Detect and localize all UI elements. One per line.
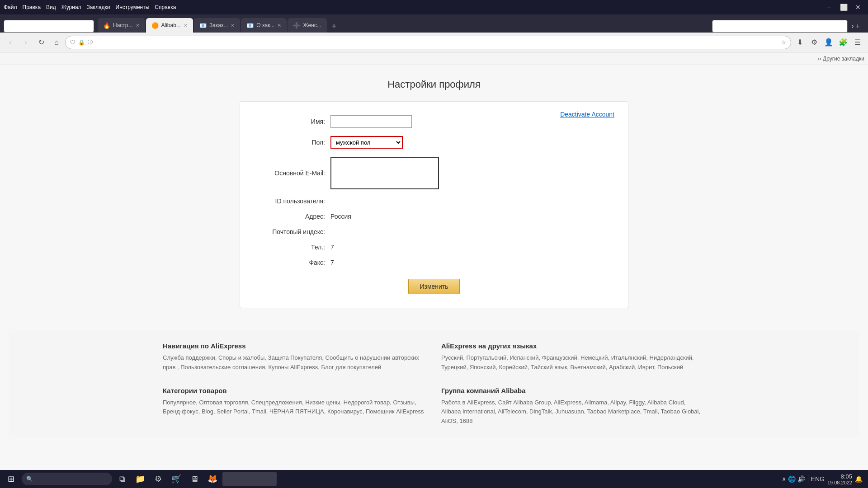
postal-label: Почтовый индекс: — [258, 228, 330, 235]
tab-alibaba-label: Alibab... — [161, 22, 181, 28]
email-label: Основной E-Mail: — [258, 169, 330, 177]
name-label: Имя: — [258, 118, 330, 125]
tab-zakaz-icon: 📧 — [199, 22, 207, 29]
form-row-postal: Почтовый индекс: — [258, 228, 610, 235]
form-row-address: Адрес: Россия — [258, 213, 610, 220]
tab-nastroyki-label: Настр... — [113, 22, 133, 28]
tab-bar-plus[interactable]: + — [856, 22, 860, 30]
tab-right-search[interactable] — [712, 20, 848, 33]
tab-zhens[interactable]: ➕ Женс... — [288, 18, 326, 33]
tab-ozak-icon: 📧 — [246, 22, 254, 29]
taskbar-firefox[interactable]: 🦊 — [204, 471, 221, 487]
taskbar-date-value: 19.08.2022 — [827, 480, 852, 485]
user-icon[interactable]: 👤 — [822, 36, 835, 49]
form-row-email: Основной E-Mail: — [258, 157, 610, 189]
footer-categories-section: Категории товаров Популярное, Оптовая то… — [163, 387, 427, 426]
minimize-button[interactable]: – — [823, 2, 835, 12]
gender-select[interactable]: мужской пол женский пол — [330, 136, 403, 149]
notifications-icon[interactable]: 🔔 — [855, 475, 863, 483]
menu-tools[interactable]: Инструменты — [116, 4, 150, 10]
phone-value: 7 — [330, 244, 334, 251]
taskbar-clock[interactable]: 8:05 19.08.2022 — [827, 473, 852, 485]
taskbar-settings[interactable]: ⚙ — [150, 471, 166, 487]
taskbar-files[interactable]: 📁 — [132, 471, 148, 487]
footer: Навигация по AliExpress Служба поддержки… — [9, 331, 859, 437]
footer-languages-links: Русский, Португальский, Испанский, Франц… — [441, 353, 705, 372]
menu-edit[interactable]: Правка — [23, 4, 41, 10]
footer-nav-section: Навигация по AliExpress Служба поддержки… — [163, 342, 427, 372]
tab-nastroyki[interactable]: 🔥 Настр... ✕ — [98, 18, 145, 33]
new-tab-button[interactable]: + — [328, 20, 340, 33]
star-icon[interactable]: ☆ — [781, 39, 786, 46]
tab-ozak[interactable]: 📧 О зак... ✕ — [241, 18, 287, 33]
footer-languages-section: AliExpress на других языках Русский, Пор… — [441, 342, 705, 372]
bookmarks-chevron: ›› — [818, 56, 823, 62]
tab-zakaz-close[interactable]: ✕ — [231, 23, 235, 28]
taskbar-divider — [808, 474, 808, 483]
taskbar: ⊞ 🔍 ⧉ 📁 ⚙ 🛒 🖥 🦊 ∧ 🌐 🔊 ENG 8:05 19.08.202… — [0, 470, 868, 488]
address-label: Адрес: — [258, 213, 330, 220]
download-icon[interactable]: ⬇ — [793, 36, 807, 49]
menu-file[interactable]: Файл — [4, 4, 17, 10]
menu-history[interactable]: Журнал — [61, 4, 81, 10]
other-bookmarks-label: Другие закладки — [823, 56, 864, 62]
tab-bar: 🔥 Настр... ✕ 🟠 Alibab... ✕ 📧 Заказ... ✕ … — [0, 14, 868, 33]
info-icon: ⓘ — [88, 39, 93, 46]
tab-alibaba[interactable]: 🟠 Alibab... ✕ — [146, 18, 193, 33]
menu-help[interactable]: Справка — [155, 4, 176, 10]
tab-ozak-close[interactable]: ✕ — [277, 23, 281, 28]
fax-value: 7 — [330, 259, 334, 266]
tab-bar-chevron[interactable]: › — [851, 22, 854, 30]
tab-zakaz[interactable]: 📧 Заказ... ✕ — [194, 18, 240, 33]
bookmarks-bar: ›› Другие закладки — [0, 52, 868, 65]
window-controls: – ⬜ ✕ — [823, 2, 864, 12]
tab-alibaba-close[interactable]: ✕ — [184, 23, 188, 28]
tab-nastroyki-close[interactable]: ✕ — [136, 23, 140, 28]
tray-network[interactable]: 🌐 — [788, 475, 796, 483]
forward-button[interactable]: › — [19, 36, 33, 49]
taskbar-right: ∧ 🌐 🔊 ENG 8:05 19.08.2022 🔔 — [782, 473, 866, 485]
menu-bookmarks[interactable]: Закладки — [87, 4, 110, 10]
tab-zhens-label: Женс... — [303, 22, 321, 28]
submit-row: Изменить — [258, 274, 610, 294]
name-input[interactable] — [330, 115, 412, 128]
main-content: Настройки профиля Deactivate Account Имя… — [0, 65, 868, 470]
form-row-fax: Факс: 7 — [258, 259, 610, 266]
userid-label: ID пользователя: — [258, 197, 330, 205]
tray-volume[interactable]: 🔊 — [797, 475, 805, 483]
url-input[interactable]: https://accounts.aliexpress.com/user/org… — [95, 39, 778, 46]
tab-ozak-label: О зак... — [256, 22, 274, 28]
taskbar-terminal[interactable]: 🖥 — [186, 471, 203, 487]
tab-zhens-icon: ➕ — [293, 22, 300, 29]
tray-arrow[interactable]: ∧ — [782, 475, 786, 483]
email-input[interactable] — [330, 157, 439, 189]
restore-button[interactable]: ⬜ — [837, 2, 850, 12]
close-button[interactable]: ✕ — [852, 2, 864, 12]
extensions-icon[interactable]: 🧩 — [836, 36, 850, 49]
home-button[interactable]: ⌂ — [50, 36, 63, 49]
taskbar-open-app[interactable] — [222, 472, 277, 486]
form-row-userid: ID пользователя: — [258, 197, 610, 205]
footer-grid: Навигация по AliExpress Служба поддержки… — [163, 342, 705, 426]
taskbar-search-bar[interactable]: 🔍 — [22, 473, 112, 485]
menu-view[interactable]: Вид — [46, 4, 56, 10]
submit-button[interactable]: Изменить — [408, 279, 459, 294]
deactivate-account-link[interactable]: Deactivate Account — [560, 111, 614, 118]
lock-icon: 🔒 — [78, 39, 85, 46]
title-bar-menu: Файл Правка Вид Журнал Закладки Инструме… — [4, 4, 176, 10]
footer-nav-title: Навигация по AliExpress — [163, 342, 427, 350]
taskbar-store[interactable]: 🛒 — [168, 471, 184, 487]
footer-alibaba-links: Работа в AliExpress, Сайт Alibaba Group,… — [441, 398, 705, 426]
fax-label: Факс: — [258, 259, 330, 266]
refresh-button[interactable]: ↻ — [34, 36, 48, 49]
menu-icon[interactable]: ☰ — [851, 36, 864, 49]
address-value: Россия — [330, 213, 351, 220]
other-bookmarks[interactable]: ›› Другие закладки — [818, 56, 864, 62]
tab-search-bar[interactable] — [4, 20, 94, 33]
url-bar[interactable]: 🛡 🔒 ⓘ https://accounts.aliexpress.com/us… — [65, 36, 791, 49]
settings-icon[interactable]: ⚙ — [807, 36, 821, 49]
taskbar-task-view[interactable]: ⧉ — [114, 471, 130, 487]
lang-indicator[interactable]: ENG — [811, 475, 825, 483]
back-button[interactable]: ‹ — [4, 36, 17, 49]
start-button[interactable]: ⊞ — [2, 471, 20, 487]
